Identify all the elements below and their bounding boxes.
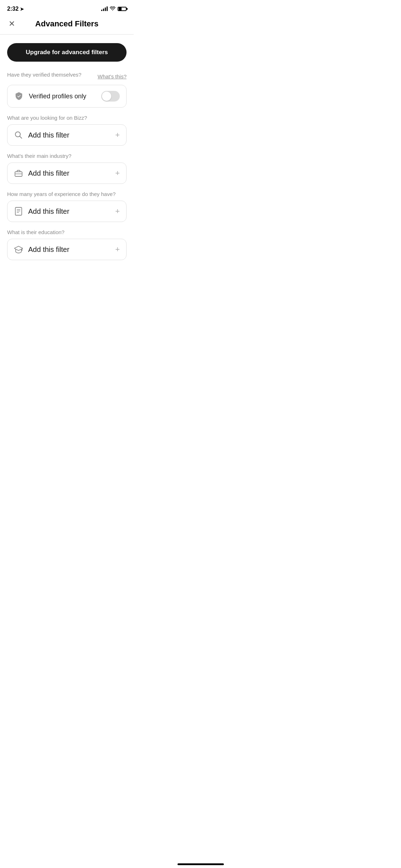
wifi-icon <box>110 6 115 12</box>
filter-section-industry: What's their main industry? Add this fil… <box>7 153 127 184</box>
page-header: ✕ Advanced Filters <box>0 16 134 35</box>
graduation-icon <box>14 245 23 254</box>
education-filter-row[interactable]: Add this filter + <box>7 239 127 260</box>
verified-section: Have they verified themselves? What's th… <box>7 72 127 108</box>
education-add-icon: + <box>115 245 120 254</box>
verified-text: Verified profiles only <box>29 93 86 100</box>
status-icons <box>101 6 127 12</box>
shield-icon <box>14 91 24 101</box>
industry-add-icon: + <box>115 169 120 178</box>
document-icon <box>14 207 23 216</box>
education-filter-text: Add this filter <box>28 246 70 254</box>
verified-row: Verified profiles only <box>7 85 127 108</box>
battery-icon <box>118 7 127 11</box>
bizz-filter-row[interactable]: Add this filter + <box>7 124 127 146</box>
upgrade-button[interactable]: Upgrade for advanced filters <box>7 43 127 62</box>
filter-section-experience: How many years of experience do they hav… <box>7 191 127 222</box>
briefcase-icon <box>14 169 23 178</box>
industry-question-label: What's their main industry? <box>7 153 127 159</box>
bizz-question-label: What are you looking for on Bizz? <box>7 115 127 121</box>
whats-this-link[interactable]: What's this? <box>98 73 127 79</box>
experience-add-icon: + <box>115 207 120 216</box>
filter-section-education: What is their education? Add this filter… <box>7 229 127 260</box>
close-button[interactable]: ✕ <box>7 18 16 30</box>
main-content: Upgrade for advanced filters Have they v… <box>0 35 134 281</box>
industry-filter-text: Add this filter <box>28 169 70 177</box>
page-title: Advanced Filters <box>35 19 98 29</box>
signal-icon <box>101 7 108 11</box>
status-time: 2:32 ➤ <box>7 6 24 12</box>
location-icon: ➤ <box>20 6 24 12</box>
filter-section-bizz: What are you looking for on Bizz? Add th… <box>7 115 127 146</box>
close-icon: ✕ <box>9 19 15 29</box>
verified-toggle[interactable] <box>101 91 120 102</box>
bizz-add-icon: + <box>115 130 120 140</box>
experience-filter-row[interactable]: Add this filter + <box>7 201 127 222</box>
svg-rect-3 <box>15 207 22 215</box>
experience-filter-text: Add this filter <box>28 207 70 216</box>
verified-question-label: Have they verified themselves? <box>7 72 81 78</box>
bizz-filter-text: Add this filter <box>28 131 70 139</box>
search-icon <box>14 130 23 140</box>
status-bar: 2:32 ➤ <box>0 0 134 16</box>
experience-question-label: How many years of experience do they hav… <box>7 191 127 197</box>
industry-filter-row[interactable]: Add this filter + <box>7 162 127 184</box>
education-question-label: What is their education? <box>7 229 127 235</box>
